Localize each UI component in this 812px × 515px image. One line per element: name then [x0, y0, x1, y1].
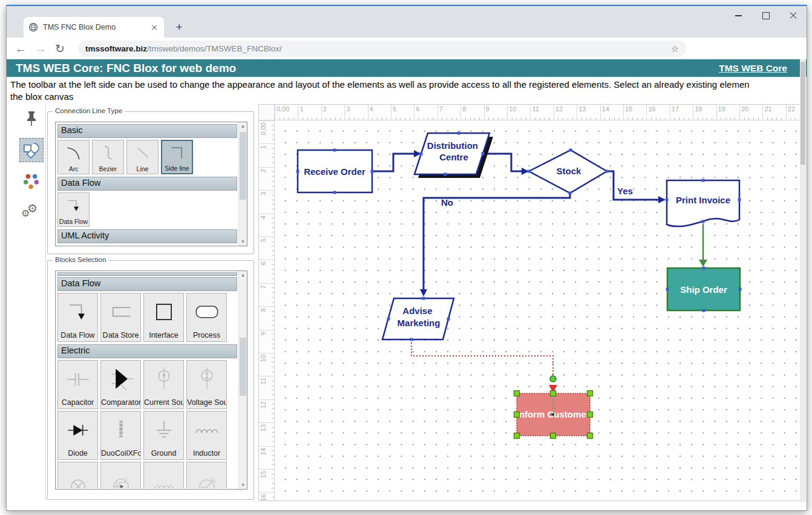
close-button[interactable] [779, 6, 807, 25]
pin-tool-button[interactable] [19, 107, 44, 131]
tile-data-store[interactable]: Data Store [100, 293, 141, 342]
tile-diode[interactable]: Diode [57, 411, 98, 460]
selection-handle[interactable] [514, 412, 520, 418]
shapes-tool-button[interactable] [19, 138, 44, 162]
tile-duocoilxformer[interactable]: DuoCoilXFormer [100, 411, 141, 460]
connection-point-dot[interactable] [702, 179, 705, 182]
connection-point-dot[interactable] [444, 173, 447, 176]
tab-close-icon[interactable] [149, 22, 159, 32]
tile-line[interactable]: Line [126, 140, 159, 174]
connection-point-dot[interactable] [702, 220, 705, 223]
blox-canvas[interactable]: 0,00123456789101112131415161718192021222… [258, 104, 801, 501]
ruler-label: 4 [260, 215, 267, 219]
connection-point-dot[interactable] [702, 309, 706, 312]
tile-arc[interactable]: Arc [57, 140, 90, 174]
tile-inductor[interactable]: Inductor [186, 411, 227, 460]
ruler-corner [259, 105, 275, 120]
ruler-label: 15 [625, 105, 632, 113]
ruler-tick [259, 492, 275, 493]
back-icon[interactable]: ← [15, 43, 27, 54]
connection-point-dot[interactable] [333, 149, 336, 152]
ruler-label: 2 [323, 105, 327, 113]
tile-bezier[interactable]: Bezier [92, 140, 124, 174]
page-scrollbar-thumb[interactable] [801, 62, 805, 165]
tile-coil-icon[interactable] [143, 462, 184, 488]
connection-point-dot[interactable] [738, 198, 741, 202]
tile-side-line[interactable]: Side line [161, 140, 193, 174]
connector-distribution-to-stock[interactable] [483, 154, 522, 171]
url-bar[interactable]: tmssoftware.biz /tmsweb/demos/TMSWEB_FNC… [78, 41, 686, 57]
blocks-list-scrollbar[interactable]: ▲ ▼ [238, 271, 247, 489]
tile-label: Bezier [99, 165, 117, 174]
forward-icon[interactable]: → [35, 43, 47, 54]
connection-point-dot[interactable] [410, 338, 413, 341]
selection-handle[interactable] [588, 433, 593, 439]
tile-label: Diode [68, 449, 88, 459]
inductor-icon [193, 412, 221, 449]
tile-current-source[interactable]: Current Source [143, 360, 184, 409]
tile-lamp-icon[interactable] [57, 462, 98, 488]
scroll-up-icon[interactable]: ▲ [239, 271, 247, 279]
settings-tool-button[interactable]: ⚙⚙ [19, 201, 44, 225]
arrowhead [658, 196, 666, 203]
ruler-tick [414, 105, 414, 120]
node-label: Ship Order [680, 284, 727, 295]
refresh-icon[interactable]: ↻ [55, 43, 65, 54]
connection-point-dot[interactable] [447, 318, 450, 321]
tile-interface[interactable]: Interface [143, 293, 184, 342]
scroll-up-icon[interactable]: ▲ [239, 122, 247, 130]
page-scrollbar[interactable] [800, 59, 806, 502]
tile-transistor-icon[interactable] [186, 462, 227, 488]
connection-point-dot[interactable] [569, 192, 572, 195]
tile-data-flow[interactable]: Data Flow [57, 293, 98, 342]
connection-point-dot[interactable] [606, 170, 609, 173]
tile-process[interactable]: Process [186, 293, 227, 342]
selection-handle[interactable] [588, 412, 593, 418]
connection-point-dot[interactable] [457, 132, 460, 135]
connection-point-dot[interactable] [387, 318, 390, 321]
connection-point-dot[interactable] [666, 288, 669, 291]
bookmark-star-icon[interactable]: ☆ [671, 44, 679, 54]
new-tab-button[interactable]: + [171, 19, 187, 35]
minimize-button[interactable] [725, 6, 752, 25]
scrollbar-thumb[interactable] [240, 338, 246, 396]
connector-advise-to-inform[interactable] [411, 340, 553, 375]
tile-voltage-source[interactable]: Voltage Source [186, 360, 227, 409]
palette-tool-button[interactable] [19, 169, 44, 194]
selection-handle[interactable] [514, 391, 520, 396]
tile-capacitor[interactable]: Capacitor [57, 360, 98, 409]
connection-point-dot[interactable] [333, 191, 336, 194]
browser-tab[interactable]: TMS FNC Blox Demo [24, 17, 164, 38]
selection-handle[interactable] [551, 433, 556, 439]
connection-point-dot[interactable] [739, 288, 742, 291]
scroll-down-icon[interactable]: ▼ [239, 238, 247, 246]
tile-data-flow[interactable]: Data Flow [57, 192, 90, 227]
connection-point-dot[interactable] [569, 149, 572, 152]
maximize-button[interactable] [752, 6, 779, 25]
scrollbar-thumb[interactable] [240, 132, 246, 200]
connection-list-scrollbar[interactable]: ▲ ▼ [238, 122, 247, 246]
sideline-connection-icon [165, 141, 189, 165]
connection-point-dot[interactable] [371, 170, 374, 173]
connection-point-dot[interactable] [528, 170, 531, 173]
connector-receive-to-distribution[interactable] [372, 154, 414, 171]
selection-handle[interactable] [551, 391, 556, 396]
connection-point-dot[interactable] [422, 297, 425, 300]
connection-line-listbox: BasicArcBezierLineSide lineData FlowData… [55, 122, 247, 246]
tile-ground[interactable]: Ground [143, 411, 184, 460]
selection-handle[interactable] [588, 391, 593, 396]
connection-point-dot[interactable] [482, 153, 485, 156]
tms-web-core-link[interactable]: TMS WEB Core [719, 63, 787, 74]
ruler-label: 4 [370, 105, 373, 113]
tile-comparator[interactable]: Comparator [100, 360, 141, 409]
minimize-icon [735, 15, 742, 16]
tile-mosfet-icon[interactable] [100, 462, 141, 488]
connection-point-dot[interactable] [420, 153, 423, 156]
scroll-down-icon[interactable]: ▼ [239, 481, 247, 489]
endpoint-handle[interactable] [550, 376, 556, 382]
connection-point-dot[interactable] [702, 267, 706, 270]
screenshot-page: TMS FNC Blox Demo + ← → ↻ tmssoftware.bi… [0, 0, 812, 515]
connection-point-dot[interactable] [666, 198, 669, 202]
connection-point-dot[interactable] [296, 170, 300, 173]
selection-handle[interactable] [514, 433, 520, 439]
